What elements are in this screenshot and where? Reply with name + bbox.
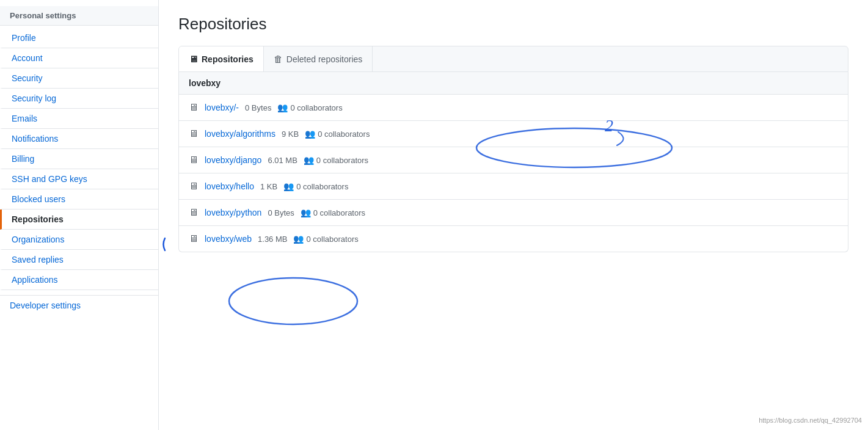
collab-count-5: 0 collaborators — [306, 235, 358, 244]
sidebar-item-security[interactable]: Security — [0, 68, 158, 89]
sidebar-item-notifications[interactable]: Notifications — [0, 129, 158, 149]
sidebar-item-emails[interactable]: Emails — [0, 109, 158, 129]
sidebar-item-ssh-gpg-keys[interactable]: SSH and GPG keys — [0, 169, 158, 189]
main-content: Repositories 🖥 Repositories 🗑 Deleted re… — [159, 0, 868, 267]
repo-tab-icon: 🖥 — [189, 54, 198, 64]
repo-icon-0: 🖥 — [189, 102, 199, 113]
collab-group-3: 👥 0 collaborators — [283, 181, 348, 191]
repo-size-4: 0 Bytes — [268, 208, 294, 217]
repo-size-3: 1 KB — [260, 182, 277, 191]
table-row: 🖥 lovebxy/- 0 Bytes 👥 0 collaborators — [179, 95, 848, 121]
collab-count-4: 0 collaborators — [313, 208, 365, 217]
repo-link-3[interactable]: lovebxy/hello — [205, 181, 254, 191]
repo-link-5[interactable]: lovebxy/web — [205, 234, 252, 244]
tab-repositories[interactable]: 🖥 Repositories — [179, 46, 264, 71]
collab-group-1: 👥 0 collaborators — [305, 129, 370, 139]
sidebar-header: Personal settings — [0, 6, 158, 26]
collab-count-3: 0 collaborators — [296, 182, 348, 191]
sidebar-item-security-log[interactable]: Security log — [0, 89, 158, 109]
collab-group-2: 👥 0 collaborators — [304, 155, 368, 165]
deleted-tab-icon: 🗑 — [274, 54, 283, 64]
sidebar-item-blocked-users[interactable]: Blocked users — [0, 189, 158, 210]
repo-link-2[interactable]: lovebxy/django — [205, 155, 261, 165]
collab-icon-1: 👥 — [305, 129, 315, 139]
sidebar-item-applications[interactable]: Applications — [0, 270, 158, 290]
repo-link-4[interactable]: lovebxy/python — [205, 208, 261, 217]
repo-icon-3: 🖥 — [189, 181, 199, 192]
collab-group-5: 👥 0 collaborators — [293, 234, 358, 244]
collab-icon-0: 👥 — [277, 103, 288, 112]
collab-count-0: 0 collaborators — [290, 103, 342, 112]
tab-bar: 🖥 Repositories 🗑 Deleted repositories — [178, 46, 848, 72]
page-title: Repositories — [178, 15, 848, 34]
collab-icon-3: 👥 — [283, 181, 294, 191]
tab-deleted-repositories-label: Deleted repositories — [286, 54, 363, 64]
table-row: 🖥 lovebxy/python 0 Bytes 👥 0 collaborato… — [179, 200, 848, 226]
collab-icon-4: 👥 — [301, 208, 311, 217]
sidebar-item-billing[interactable]: Billing — [0, 149, 158, 169]
main-wrapper: Repositories 🖥 Repositories 🗑 Deleted re… — [159, 0, 868, 430]
sidebar-item-repositories[interactable]: Repositories — [0, 210, 158, 230]
repo-icon-2: 🖥 — [189, 155, 199, 166]
collab-icon-5: 👥 — [293, 234, 304, 244]
sidebar: Personal settings Profile Account Securi… — [0, 0, 159, 430]
repo-size-0: 0 Bytes — [245, 103, 271, 112]
collab-count-1: 0 collaborators — [318, 129, 370, 139]
sidebar-item-account[interactable]: Account — [0, 48, 158, 68]
collab-icon-2: 👥 — [304, 155, 314, 165]
tab-deleted-repositories[interactable]: 🗑 Deleted repositories — [264, 46, 373, 71]
repo-owner-section: lovebxy — [179, 72, 848, 95]
svg-point-0 — [229, 278, 357, 324]
repo-size-2: 6.01 MB — [268, 156, 297, 165]
watermark: https://blog.csdn.net/qq_42992704 — [759, 417, 862, 424]
table-row: 🖥 lovebxy/hello 1 KB 👥 0 collaborators — [179, 173, 848, 200]
repo-icon-1: 🖥 — [189, 128, 199, 139]
repo-link-1[interactable]: lovebxy/algorithms — [205, 129, 275, 139]
repo-icon-4: 🖥 — [189, 207, 199, 218]
table-row: 🖥 lovebxy/web 1.36 MB 👥 0 collaborators — [179, 226, 848, 252]
sidebar-item-organizations[interactable]: Organizations — [0, 230, 158, 250]
repo-size-1: 9 KB — [282, 129, 299, 139]
table-row: 🖥 lovebxy/algorithms 9 KB 👥 0 collaborat… — [179, 121, 848, 147]
collab-group-4: 👥 0 collaborators — [301, 208, 365, 217]
content-box: lovebxy 🖥 lovebxy/- 0 Bytes 👥 0 collabor… — [178, 72, 848, 252]
sidebar-item-profile[interactable]: Profile — [0, 28, 158, 48]
sidebar-item-saved-replies[interactable]: Saved replies — [0, 250, 158, 270]
tab-repositories-label: Repositories — [202, 54, 253, 64]
table-row: 🖥 lovebxy/django 6.01 MB 👥 0 collaborato… — [179, 147, 848, 173]
repo-size-5: 1.36 MB — [258, 235, 287, 244]
collab-count-2: 0 collaborators — [316, 156, 368, 165]
sidebar-item-developer-settings[interactable]: Developer settings — [0, 295, 158, 315]
collab-group-0: 👥 0 collaborators — [277, 103, 342, 112]
repo-icon-5: 🖥 — [189, 233, 199, 244]
repo-link-0[interactable]: lovebxy/- — [205, 103, 239, 112]
